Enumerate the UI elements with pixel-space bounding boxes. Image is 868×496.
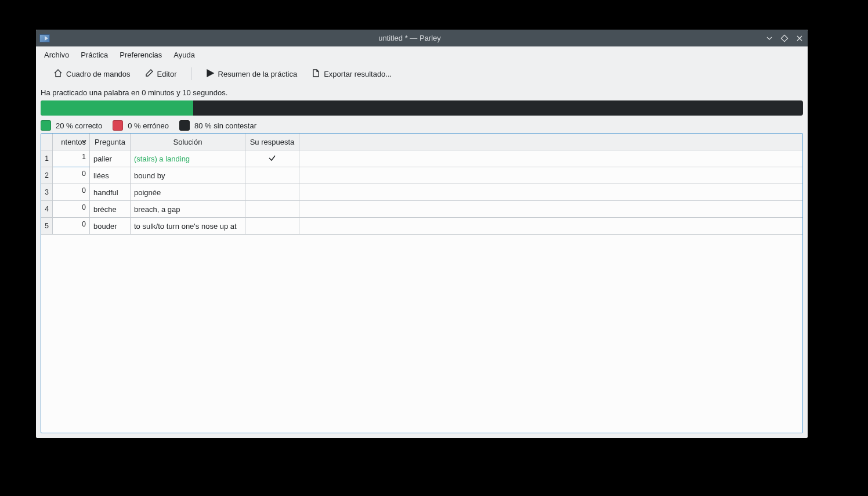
menu-ayuda[interactable]: Ayuda [168, 48, 201, 62]
col-filler [299, 134, 802, 150]
app-icon [39, 34, 50, 42]
legend-wrong: 0 % erróneo [128, 121, 169, 130]
menu-practica[interactable]: Práctica [75, 48, 114, 62]
toolbar: Cuadro de mandos Editor Resumen de la pr… [36, 63, 808, 85]
legend-unanswered: 80 % sin contestar [194, 121, 256, 130]
progress-correct-segment [41, 100, 193, 116]
col-solution-label: Solución [173, 138, 202, 146]
cell-question: handful [90, 184, 131, 201]
document-icon [311, 69, 320, 80]
row-header[interactable]: 2 [41, 167, 53, 184]
minimize-button[interactable] [765, 34, 774, 43]
swatch-wrong [113, 120, 123, 131]
cell-response [245, 184, 299, 201]
dashboard-button[interactable]: Cuadro de mandos [48, 66, 136, 82]
window-title: untitled * — Parley [55, 34, 765, 42]
menu-preferencias[interactable]: Preferencias [114, 48, 168, 62]
cell-attempts: 0 [53, 184, 90, 201]
col-response[interactable]: Su respuesta [245, 134, 299, 150]
home-icon [53, 69, 63, 80]
col-response-label: Su respuesta [250, 138, 295, 146]
cell-response [245, 201, 299, 218]
app-window: untitled * — Parley Archivo Práctica Pre… [36, 30, 808, 438]
col-question[interactable]: Pregunta [90, 134, 131, 150]
summary-label: Resumen de la práctica [218, 70, 298, 78]
cell-response [245, 167, 299, 184]
svg-marker-3 [207, 70, 214, 77]
col-attempts[interactable]: ntentos [53, 134, 90, 150]
status-text: Ha practicado una palabra en 0 minutos y… [41, 87, 803, 100]
cell-solution: (stairs) a landing [131, 150, 245, 167]
table-row[interactable]: 0 bouder to sulk/to turn one's nose up a… [53, 218, 802, 235]
grid: ntentos Pregunta Solución Su respuesta [53, 134, 802, 433]
editor-button[interactable]: Editor [139, 66, 183, 82]
row-header[interactable]: 4 [41, 201, 53, 218]
cell-question: brèche [90, 201, 131, 218]
progress-bar [41, 100, 803, 116]
table-row[interactable]: 1 palier (stairs) a landing [53, 150, 802, 167]
cell-solution: to sulk/to turn one's nose up at [131, 218, 245, 235]
summary-button[interactable]: Resumen de la práctica [200, 66, 303, 82]
cell-attempts: 0 [53, 218, 90, 235]
cell-response [245, 150, 299, 167]
close-button[interactable] [795, 34, 804, 43]
cell-attempts: 0 [53, 167, 90, 184]
editor-label: Editor [157, 70, 177, 78]
check-icon [268, 154, 276, 164]
swatch-unanswered [179, 120, 190, 131]
legend-correct: 20 % correcto [56, 121, 102, 130]
legend: 20 % correcto 0 % erróneo 80 % sin conte… [41, 119, 803, 132]
row-header-column: 1 2 3 4 5 [41, 134, 53, 433]
cell-question: palier [90, 150, 131, 167]
play-icon [205, 69, 215, 80]
row-header[interactable]: 3 [41, 184, 53, 201]
svg-rect-0 [781, 35, 787, 41]
maximize-button[interactable] [780, 34, 789, 43]
swatch-correct [41, 120, 51, 131]
content-area: Ha practicado una palabra en 0 minutos y… [36, 85, 808, 438]
export-button[interactable]: Exportar resultado... [305, 66, 397, 82]
cell-solution: bound by [131, 167, 245, 184]
table-row[interactable]: 0 handful poignée [53, 184, 802, 201]
table-header-row: ntentos Pregunta Solución Su respuesta [53, 134, 802, 150]
menubar: Archivo Práctica Preferencias Ayuda [36, 46, 808, 63]
cell-question: liées [90, 167, 131, 184]
col-question-label: Pregunta [95, 138, 125, 146]
cell-solution: poignée [131, 184, 245, 201]
table-row[interactable]: 0 brèche breach, a gap [53, 201, 802, 218]
cell-attempts: 0 [53, 201, 90, 218]
cell-attempts: 1 [53, 150, 90, 167]
table-row[interactable]: 0 liées bound by [53, 167, 802, 184]
row-header[interactable]: 5 [41, 218, 53, 235]
pencil-icon [144, 69, 154, 80]
titlebar[interactable]: untitled * — Parley [36, 30, 808, 46]
col-solution[interactable]: Solución [131, 134, 245, 150]
menu-archivo[interactable]: Archivo [38, 48, 75, 62]
cell-question: bouder [90, 218, 131, 235]
dashboard-label: Cuadro de mandos [66, 70, 131, 78]
row-header-corner [41, 134, 53, 150]
sort-descending-icon [81, 138, 87, 146]
cell-solution: breach, a gap [131, 201, 245, 218]
cell-response [245, 218, 299, 235]
table-empty-area [53, 235, 802, 433]
toolbar-separator [191, 67, 191, 80]
results-table[interactable]: 1 2 3 4 5 ntentos Pregunta [41, 133, 803, 433]
row-header[interactable]: 1 [41, 150, 53, 167]
export-label: Exportar resultado... [324, 70, 392, 78]
